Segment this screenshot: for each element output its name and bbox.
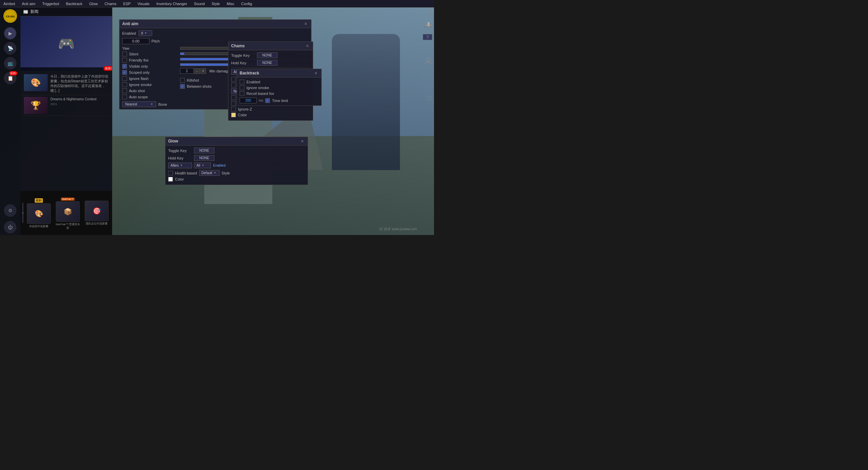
menu-inventory-changer[interactable]: Inventory Changer — [153, 1, 191, 7]
menu-glow[interactable]: Glow — [86, 1, 101, 7]
news-title: 新闻 — [30, 9, 38, 15]
yaw-row: Yaw — [122, 46, 177, 50]
killshot-label: Killshot — [187, 78, 199, 82]
news-item-2[interactable]: 🏆 Dreams & Nightmares Contest2021 — [22, 95, 110, 116]
dropdown-arrow-icon: ▼ — [144, 32, 147, 35]
store-items: ‹ 最新! 🎨 作战室印花胶囊 StatTrak™ 📦 StatTrak™ 普通… — [20, 191, 112, 235]
pitch-label: Pitch — [151, 39, 160, 43]
chams-close[interactable]: × — [305, 43, 310, 49]
menu-chams[interactable]: Chams — [101, 1, 120, 7]
rank-icon[interactable] — [424, 20, 432, 29]
chams-header[interactable]: Chams × — [228, 42, 313, 50]
item-1-img: 📦 — [56, 201, 80, 222]
bt-smoke-checkbox[interactable] — [240, 85, 244, 90]
store-item-1[interactable]: StatTrak™ 📦 StatTrak™ 普通音乐盒 — [54, 196, 81, 229]
main-area: 📰 新闻 🎮 最新! 🎨 今日，我们在游戏中上架了作战室印花胶囊，包含由Stea… — [20, 7, 434, 235]
store-item-2[interactable]: 🎯 团队定位印花胶囊 — [83, 201, 110, 225]
min-damage-input[interactable] — [180, 68, 194, 74]
bt-recoil-label: Recoil based fov — [246, 91, 274, 96]
help-icon[interactable]: ? — [429, 7, 432, 15]
bt-recoil-checkbox[interactable] — [240, 91, 244, 96]
item-2-img: 🎯 — [85, 201, 109, 221]
news-item-1[interactable]: 🎨 今日，我们在游戏中上架了作战室印花胶囊，包含由Steam创意工坊艺术家创作的… — [22, 72, 110, 95]
glow-default-dropdown[interactable]: Default ▼ — [199, 170, 220, 176]
auto-shot-label: Auto shot — [129, 89, 156, 93]
glow-header[interactable]: Glow × — [165, 137, 308, 146]
silent-checkbox[interactable] — [122, 52, 127, 56]
sidebar-tv-btn[interactable]: 📺 — [4, 57, 16, 69]
menu-backtrack[interactable]: Backtrack — [63, 1, 86, 7]
chams-hold-label: Hold Key — [231, 61, 255, 65]
glow-health-checkbox[interactable] — [168, 171, 173, 175]
nearest-dropdown[interactable]: Nearest ▼ — [122, 101, 156, 107]
time-input[interactable] — [240, 98, 257, 103]
bone-label: Bone — [158, 102, 167, 106]
backtrack-header[interactable]: Backtrack × — [237, 69, 321, 78]
min-damage-minus[interactable]: - — [194, 68, 200, 74]
glow-allies-dropdown[interactable]: Allies ▼ — [168, 163, 192, 168]
chams-toggle-btn[interactable]: NONE — [257, 52, 277, 58]
store-item-0[interactable]: 最新! 🎨 作战室印花胶囊 — [25, 198, 52, 228]
backtrack-close[interactable]: × — [313, 70, 319, 76]
blinking-checkbox[interactable] — [231, 83, 236, 87]
killshot-checkbox[interactable] — [180, 78, 185, 83]
ignore-smoke-checkbox[interactable] — [122, 82, 127, 87]
sidebar-play-btn[interactable]: ▶ — [4, 27, 16, 39]
friendly-fire-checkbox[interactable] — [122, 58, 127, 63]
bt-enabled-row: Enabled — [240, 80, 319, 84]
menu-sound[interactable]: Sound — [191, 1, 208, 7]
bt-smoke-row: Ignore smoke — [240, 85, 319, 90]
min-damage-spin: - + — [180, 68, 206, 74]
anti-aim-header[interactable]: Anti aim × — [119, 20, 311, 28]
visible-only-checkbox[interactable] — [122, 64, 127, 69]
chams-hold-btn[interactable]: NONE — [257, 60, 277, 66]
enabled-dropdown[interactable]: d ▼ — [139, 30, 152, 36]
bt-enabled-checkbox[interactable] — [240, 80, 244, 84]
glow-allies-row: Allies ▼ All ▼ Enabled — [168, 163, 305, 168]
menu-esp[interactable]: ESP — [120, 1, 134, 7]
time-limit-checkbox[interactable] — [265, 98, 270, 103]
menu-triggerbot[interactable]: Triggerbot — [39, 1, 63, 7]
menu-misc[interactable]: Misc — [223, 1, 238, 7]
min-damage-plus[interactable]: + — [200, 68, 206, 74]
wireframe-checkbox[interactable] — [231, 95, 236, 100]
menu-style[interactable]: Style — [208, 1, 223, 7]
backtrack-panel: Backtrack × Enabled Ignore smoke Recoil … — [237, 69, 322, 106]
glow-style-label: Style — [222, 171, 230, 175]
glow-close[interactable]: × — [300, 138, 305, 144]
news-thumb-2: 🏆 — [24, 97, 48, 114]
info-icon[interactable]: ⓘ — [427, 95, 432, 102]
ignore-z-checkbox[interactable] — [231, 107, 236, 112]
cover-checkbox[interactable] — [231, 101, 236, 106]
anti-aim-close[interactable]: × — [303, 21, 308, 27]
glow-toggle-btn[interactable]: NONE — [194, 148, 214, 153]
menu-visuals[interactable]: Visuals — [134, 1, 153, 7]
store-prev-arrow[interactable]: ‹ — [22, 203, 23, 223]
glow-color-box[interactable] — [168, 177, 173, 182]
nearest-arrow-icon: ▼ — [150, 103, 153, 106]
health-based-checkbox[interactable] — [231, 77, 236, 82]
menu-antiaim[interactable]: Anti aim — [18, 1, 39, 7]
dropdown-value: d — [141, 31, 143, 35]
between-shots-checkbox[interactable] — [180, 84, 185, 89]
sidebar-power-btn[interactable]: ⏻ — [4, 221, 16, 233]
ignore-flash-checkbox[interactable] — [122, 76, 127, 81]
scoped-only-checkbox[interactable] — [122, 70, 127, 75]
svg-text:CS:GO: CS:GO — [6, 15, 15, 18]
auto-scope-checkbox[interactable] — [122, 95, 127, 99]
glow-all-dropdown[interactable]: All ▼ — [194, 163, 211, 168]
glow-hold-btn[interactable]: NONE — [194, 155, 214, 161]
sidebar-radio-btn[interactable]: 📡 — [4, 42, 16, 54]
time-unit: ms — [259, 99, 263, 102]
sidebar-settings-btn[interactable]: ⚙ — [4, 204, 16, 217]
glow-color-label: Color — [175, 177, 184, 181]
chams-color-box[interactable] — [231, 113, 236, 117]
item-1-name: StatTrak™ 普通音乐盒 — [54, 223, 81, 229]
auto-shot-checkbox[interactable] — [122, 88, 127, 93]
pitch-input[interactable] — [122, 38, 149, 44]
csgo-logo[interactable]: CS:GO — [3, 9, 17, 23]
person-icon[interactable] — [425, 57, 432, 66]
sidebar-store-btn[interactable]: 📋 最新! — [4, 72, 16, 84]
menu-config[interactable]: Config — [238, 1, 256, 7]
menu-aimbot[interactable]: Aimbot — [0, 1, 18, 7]
